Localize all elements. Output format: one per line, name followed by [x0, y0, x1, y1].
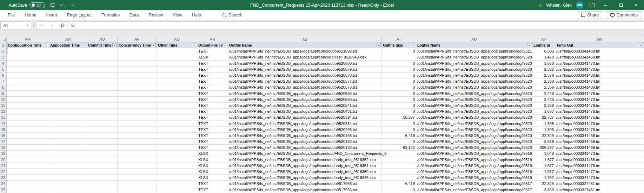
row-number-10[interactable]: 10 — [0, 97, 7, 103]
enter-icon[interactable]: ✓ — [47, 23, 58, 28]
cell-AM21[interactable] — [7, 163, 49, 169]
cell-AO20[interactable] — [87, 157, 118, 163]
cell-AW2[interactable]: /usr/tmp/o0003341468.tm — [555, 48, 644, 54]
row-number-1[interactable]: 1 — [0, 42, 7, 48]
tab-view[interactable]: View — [168, 10, 187, 20]
cell-AV21[interactable]: 1,677 — [532, 163, 555, 169]
cell-AQ8[interactable] — [157, 84, 197, 90]
cell-AP9[interactable] — [118, 91, 157, 97]
cell-AV19[interactable]: 1,048 — [532, 151, 555, 157]
cell-AQ7[interactable] — [157, 78, 197, 84]
cell-AS4[interactable]: /u01/install/APPS/fs_ne/inst/EBSDB_apps/… — [228, 61, 382, 67]
cell-AN6[interactable] — [49, 73, 87, 78]
header-cell-AT[interactable]: Outfile Size▼ — [382, 42, 416, 48]
tab-page-layout[interactable]: Page Layout — [62, 10, 97, 20]
cell-AU15[interactable]: /u01/install/APPS/fs_ne/inst/EBSDB_apps/… — [416, 127, 532, 133]
cell-AP12[interactable] — [118, 109, 157, 115]
cell-AV2[interactable]: 6,883 — [532, 48, 555, 54]
row-number-18[interactable]: 18 — [0, 145, 7, 151]
filter-dropdown-icon[interactable]: ▼ — [639, 43, 643, 47]
cell-AN8[interactable] — [49, 84, 87, 90]
cell-AS8[interactable]: /u01/install/APPS/fs_ne/inst/EBSDB_apps/… — [228, 84, 382, 90]
row-number-24[interactable]: 24 — [0, 181, 7, 187]
tab-insert[interactable]: Insert — [41, 10, 62, 20]
cell-AM12[interactable] — [7, 109, 49, 115]
cell-AS12[interactable]: /u01/install/APPS/fs_ne/inst/EBSDB_apps/… — [228, 109, 382, 115]
cell-AW12[interactable]: /usr/tmp/o0003341478.tm — [555, 109, 644, 115]
cell-AN9[interactable] — [49, 91, 87, 97]
cell-AQ13[interactable] — [157, 115, 197, 120]
cell-AS17[interactable]: /u01/install/APPS/fs_ne/inst/EBSDB_apps/… — [228, 139, 382, 145]
cell-AT22[interactable] — [382, 169, 416, 175]
cell-AW25[interactable]: /usr/tmp/o0003327461.tm — [555, 187, 644, 193]
cell-AP23[interactable] — [118, 175, 157, 181]
cell-AW9[interactable]: /usr/tmp/o0003341478.tm — [555, 91, 644, 97]
cell-AP21[interactable] — [118, 163, 157, 169]
cell-AN15[interactable] — [49, 127, 87, 133]
cell-AU3[interactable]: /u01/install/APPS/fs_ne/inst/EBSDB_apps/… — [416, 54, 532, 60]
row-number-19[interactable]: 19 — [0, 151, 7, 157]
cell-AT23[interactable] — [382, 175, 416, 181]
cell-AN25[interactable] — [49, 187, 87, 193]
row-number-14[interactable]: 14 — [0, 120, 7, 126]
share-button[interactable]: Share — [577, 11, 603, 19]
cancel-icon[interactable]: ✕ — [36, 23, 47, 28]
redo-icon[interactable]: ↷▾ — [70, 3, 75, 8]
cell-AO8[interactable] — [87, 84, 118, 90]
cell-AO22[interactable] — [87, 169, 118, 175]
tab-formulas[interactable]: Formulas — [97, 10, 125, 20]
cell-AS16[interactable]: /u01/install/APPS/fs_ne/inst/EBSDB_apps/… — [228, 133, 382, 139]
row-number-8[interactable]: 8 — [0, 84, 7, 90]
cell-AV23[interactable]: 1,762 — [532, 175, 555, 181]
cell-AQ24[interactable] — [157, 181, 197, 187]
cell-AN3[interactable] — [49, 54, 87, 60]
cell-AS23[interactable]: /u01/install/APPS/fs_ne/inst/EBSDB_apps/… — [228, 175, 382, 181]
header-cell-AO[interactable]: Commit Time▼ — [87, 42, 118, 48]
cell-AT21[interactable] — [382, 163, 416, 169]
cell-AS14[interactable]: /u01/install/APPS/fs_ne/inst/EBSDB_apps/… — [228, 120, 382, 126]
row-number-13[interactable]: 13 — [0, 115, 7, 120]
cell-AO9[interactable] — [87, 91, 118, 97]
cell-AS18[interactable]: /u01/install/APPS/fs_ne/inst/EBSDB_apps/… — [228, 145, 382, 151]
name-box-dropdown-icon[interactable]: ▼ — [26, 24, 29, 27]
cell-AS10[interactable]: /u01/install/APPS/fs_ne/inst/EBSDB_apps/… — [228, 97, 382, 103]
cell-AU18[interactable]: /u01/install/APPS/fs_ne/inst/EBSDB_apps/… — [416, 145, 532, 151]
cell-AR8[interactable]: TEXT — [197, 84, 228, 90]
cell-AU9[interactable]: /u01/install/APPS/fs_ne/inst/EBSDB_apps/… — [416, 91, 532, 97]
cell-AM3[interactable] — [7, 54, 49, 60]
cell-AV15[interactable]: 1,309 — [532, 127, 555, 133]
cell-AO3[interactable] — [87, 54, 118, 60]
cell-AW4[interactable]: /usr/tmp/o0003341470.tm — [555, 61, 644, 67]
filter-dropdown-icon[interactable]: ▼ — [192, 43, 196, 47]
cell-AQ17[interactable] — [157, 139, 197, 145]
cell-AU7[interactable]: /u01/install/APPS/fs_ne/inst/EBSDB_apps/… — [416, 78, 532, 84]
cell-AN4[interactable] — [49, 61, 87, 67]
cell-AQ20[interactable] — [157, 157, 197, 163]
cell-AM15[interactable] — [7, 127, 49, 133]
cell-AR16[interactable]: TEXT — [197, 133, 228, 139]
cell-AM14[interactable] — [7, 120, 49, 126]
cell-AW21[interactable]: /usr/tmp/o0003341476.tm — [555, 163, 644, 169]
close-button[interactable]: ✕ — [629, 0, 644, 10]
row-number-6[interactable]: 6 — [0, 73, 7, 78]
cell-AN18[interactable] — [49, 145, 87, 151]
save-icon[interactable] — [51, 3, 55, 7]
cell-AQ23[interactable] — [157, 175, 197, 181]
cell-AW6[interactable]: /usr/tmp/o0003341480.tm — [555, 73, 644, 78]
cell-AW13[interactable]: /usr/tmp/o0003341475.tm — [555, 115, 644, 120]
cell-AV8[interactable]: 2,366 — [532, 84, 555, 90]
row-number-12[interactable]: 12 — [0, 109, 7, 115]
tab-review[interactable]: Review — [144, 10, 168, 20]
cell-AU10[interactable]: /u01/install/APPS/fs_ne/inst/EBSDB_apps/… — [416, 97, 532, 103]
cell-AQ16[interactable] — [157, 133, 197, 139]
cell-AW19[interactable]: /usr/tmp/o0003341473.tm — [555, 151, 644, 157]
cell-AO17[interactable] — [87, 139, 118, 145]
cell-AM25[interactable] — [7, 187, 49, 193]
cell-AT9[interactable]: 0 — [382, 91, 416, 97]
cell-AO23[interactable] — [87, 175, 118, 181]
cell-AM4[interactable] — [7, 61, 49, 67]
column-letter-AR[interactable]: AR — [197, 36, 228, 42]
cell-AR7[interactable]: TEXT — [197, 78, 228, 84]
cell-AN23[interactable] — [49, 175, 87, 181]
cell-AT10[interactable]: 0 — [382, 97, 416, 103]
